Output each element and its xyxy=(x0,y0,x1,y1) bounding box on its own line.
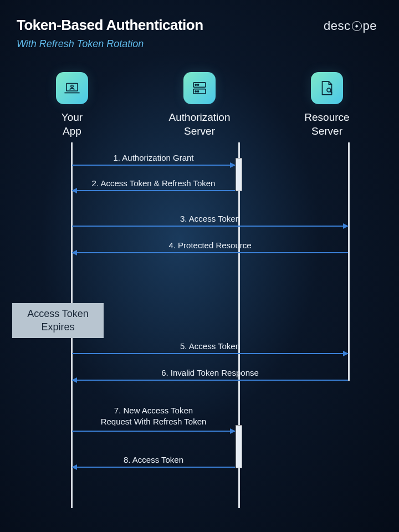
arrowhead-icon xyxy=(71,377,77,383)
server-icon xyxy=(183,72,216,104)
brand-mark-icon xyxy=(352,21,362,31)
arrowhead-icon xyxy=(71,250,77,255)
arrow-label-1: 1. Authorization Grant xyxy=(72,153,235,162)
actor-label-resource: ResourceServer xyxy=(304,111,349,138)
actors-row: YourApp AuthorizationServer ResourceServ… xyxy=(0,55,399,138)
title-block: Token-Based Authentication With Refresh … xyxy=(17,17,203,50)
svg-point-4 xyxy=(195,84,196,85)
arrowhead-icon xyxy=(343,223,349,229)
arrowhead-icon xyxy=(230,162,236,168)
arrowhead-icon xyxy=(343,351,349,356)
arrow-step-2: 2. Access Token & Refresh Token xyxy=(72,190,235,191)
svg-point-8 xyxy=(327,88,331,92)
diagram-subtitle: With Refresh Token Rotation xyxy=(17,38,203,50)
activation-bar-auth-2 xyxy=(236,425,242,468)
arrow-label-5: 5. Access Token xyxy=(72,341,348,351)
diagram-title: Token-Based Authentication xyxy=(17,17,203,34)
arrow-label-8: 8. Access Token xyxy=(72,455,235,464)
laptop-user-icon xyxy=(56,72,88,104)
brand-logo: descpe xyxy=(324,19,377,33)
actor-your-app: YourApp xyxy=(33,72,111,138)
lifeline-resource xyxy=(348,142,350,381)
arrow-label-2: 2. Access Token & Refresh Token xyxy=(72,178,235,188)
arrow-label-6: 6. Invalid Token Response xyxy=(72,368,348,377)
access-token-expires-note: Access Token Expires xyxy=(12,303,104,338)
brand-text-post: pe xyxy=(363,19,377,33)
svg-point-6 xyxy=(195,91,196,92)
arrow-step-7: 7. New Access TokenRequest With Refresh … xyxy=(72,431,235,432)
diagram-header: Token-Based Authentication With Refresh … xyxy=(0,0,399,55)
svg-point-7 xyxy=(197,91,198,92)
arrow-step-3: 3. Access Token xyxy=(72,226,348,227)
brand-text-pre: desc xyxy=(324,19,350,33)
arrow-step-5: 5. Access Token xyxy=(72,353,348,354)
arrow-step-6: 6. Invalid Token Response xyxy=(72,380,348,381)
arrow-step-1: 1. Authorization Grant xyxy=(72,165,235,166)
arrowhead-icon xyxy=(230,428,236,434)
arrow-label-7: 7. New Access TokenRequest With Refresh … xyxy=(72,405,235,428)
document-search-icon xyxy=(311,72,343,104)
svg-point-1 xyxy=(71,85,73,87)
actor-label-app: YourApp xyxy=(62,111,83,138)
arrowhead-icon xyxy=(71,188,77,193)
arrow-step-4: 4. Protected Resource xyxy=(72,252,348,253)
arrow-label-4: 4. Protected Resource xyxy=(72,241,348,250)
arrow-step-8: 8. Access Token xyxy=(72,467,235,468)
arrow-label-3: 3. Access Token xyxy=(72,214,348,223)
svg-point-5 xyxy=(197,84,198,85)
actor-auth-server: AuthorizationServer xyxy=(161,72,238,138)
sequence-diagram: 1. Authorization Grant 2. Access Token &… xyxy=(0,142,399,508)
actor-label-auth: AuthorizationServer xyxy=(169,111,231,138)
actor-resource-server: ResourceServer xyxy=(288,72,366,138)
arrowhead-icon xyxy=(71,464,77,470)
activation-bar-auth-1 xyxy=(236,158,242,191)
